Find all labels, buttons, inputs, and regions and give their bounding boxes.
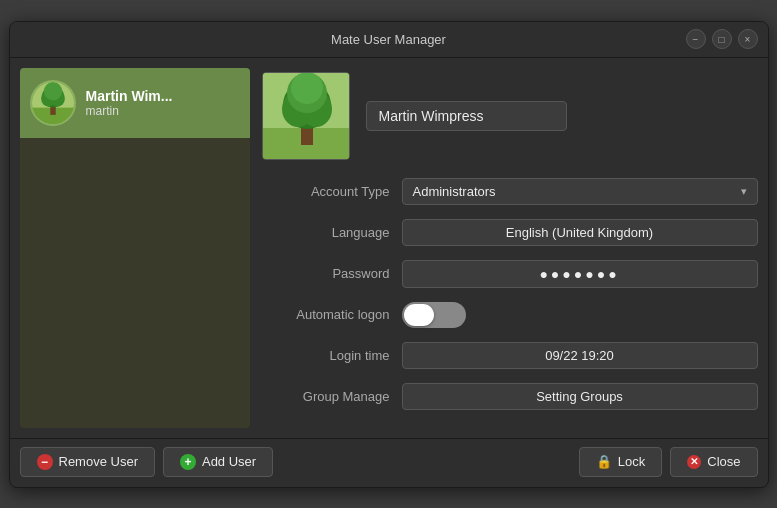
close-x-icon: ✕: [687, 455, 701, 469]
minimize-button[interactable]: −: [686, 29, 706, 49]
user-header: [262, 68, 758, 164]
main-panel: Account Type Administrators ▾ Language E…: [262, 68, 758, 428]
lock-label: Lock: [618, 454, 645, 469]
close-dialog-button[interactable]: ✕ Close: [670, 447, 757, 477]
account-type-dropdown[interactable]: Administrators ▾: [402, 178, 758, 205]
setting-groups-button[interactable]: Setting Groups: [402, 383, 758, 410]
password-label: Password: [262, 266, 402, 281]
dropdown-arrow-icon: ▾: [741, 185, 747, 198]
maximize-button[interactable]: □: [712, 29, 732, 49]
language-label: Language: [262, 225, 402, 240]
auto-logon-toggle-container: [402, 302, 758, 328]
window-controls: − □ ×: [686, 29, 758, 49]
svg-point-16: [291, 73, 323, 104]
add-user-label: Add User: [202, 454, 256, 469]
lock-icon: 🔒: [596, 454, 612, 470]
close-label: Close: [707, 454, 740, 469]
login-time-label: Login time: [262, 348, 402, 363]
user-info: Martin Wim... martin: [86, 88, 173, 118]
auto-logon-toggle[interactable]: [402, 302, 466, 328]
user-avatar-large[interactable]: [262, 72, 350, 160]
form-fields: Account Type Administrators ▾ Language E…: [262, 178, 758, 410]
sidebar: Martin Wim... martin: [20, 68, 250, 428]
account-type-label: Account Type: [262, 184, 402, 199]
titlebar: Mate User Manager − □ ×: [10, 22, 768, 58]
language-field[interactable]: English (United Kingdom): [402, 219, 758, 246]
window-title: Mate User Manager: [331, 32, 446, 47]
close-button[interactable]: ×: [738, 29, 758, 49]
group-manage-label: Group Manage: [262, 389, 402, 404]
auto-logon-label: Automatic logon: [262, 307, 402, 322]
user-display-name: Martin Wim...: [86, 88, 173, 104]
footer: − Remove User + Add User 🔒 Lock ✕ Close: [10, 438, 768, 487]
lock-button[interactable]: 🔒 Lock: [579, 447, 662, 477]
main-window: Mate User Manager − □ ×: [9, 21, 769, 488]
add-user-icon: +: [180, 454, 196, 470]
remove-user-icon: −: [37, 454, 53, 470]
fullname-input[interactable]: [366, 101, 567, 131]
user-login-name: martin: [86, 104, 173, 118]
footer-right: 🔒 Lock ✕ Close: [579, 447, 758, 477]
svg-point-7: [43, 82, 61, 100]
content-area: Martin Wim... martin: [10, 58, 768, 438]
account-type-value: Administrators: [413, 184, 496, 199]
password-field[interactable]: ●●●●●●●: [402, 260, 758, 288]
user-avatar-thumb: [30, 80, 76, 126]
footer-left: − Remove User + Add User: [20, 447, 274, 477]
login-time-field: 09/22 19:20: [402, 342, 758, 369]
user-list-item[interactable]: Martin Wim... martin: [20, 68, 250, 138]
add-user-button[interactable]: + Add User: [163, 447, 273, 477]
toggle-knob: [404, 304, 434, 326]
remove-user-label: Remove User: [59, 454, 138, 469]
remove-user-button[interactable]: − Remove User: [20, 447, 155, 477]
